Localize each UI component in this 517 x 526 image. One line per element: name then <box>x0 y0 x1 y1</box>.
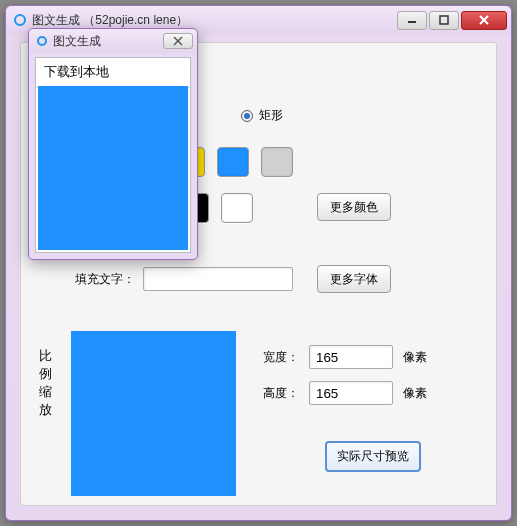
popup-title: 图文生成 <box>53 33 163 50</box>
width-label: 宽度： <box>263 349 299 366</box>
window-controls <box>397 11 507 30</box>
scale-vertical-label: 比例缩放 <box>39 347 53 419</box>
popup-close-button[interactable] <box>163 33 193 49</box>
svg-rect-1 <box>440 16 448 24</box>
height-input[interactable] <box>309 381 393 405</box>
swatch-white[interactable] <box>221 193 253 223</box>
swatch-blue[interactable] <box>217 147 249 177</box>
shape-option-rectangle[interactable]: 矩形 <box>241 107 283 124</box>
more-colors-button[interactable]: 更多颜色 <box>317 193 391 221</box>
close-button[interactable] <box>461 11 507 30</box>
radio-icon <box>241 110 253 122</box>
shape-label: 矩形 <box>259 107 283 124</box>
minimize-icon <box>407 15 417 25</box>
width-unit: 像素 <box>403 349 427 366</box>
preview-canvas <box>71 331 236 496</box>
popup-close-icon <box>172 36 184 46</box>
width-input[interactable] <box>309 345 393 369</box>
app-icon <box>14 14 26 26</box>
popup-client: 下载到本地 <box>35 57 191 253</box>
window-title: 图文生成 （52pojie.cn lene） <box>32 12 397 29</box>
popup-canvas <box>38 86 188 250</box>
popup-app-icon <box>37 36 47 46</box>
fill-text-input[interactable] <box>143 267 293 291</box>
height-row: 高度： 像素 <box>263 381 427 405</box>
popup-download-link[interactable]: 下载到本地 <box>36 58 190 88</box>
maximize-icon <box>439 15 449 25</box>
minimize-button[interactable] <box>397 11 427 30</box>
swatch-grey[interactable] <box>261 147 293 177</box>
height-unit: 像素 <box>403 385 427 402</box>
maximize-button[interactable] <box>429 11 459 30</box>
preview-section: 比例缩放 宽度： 像素 高度： 像素 实际尺寸预览 <box>37 331 480 493</box>
actual-size-preview-button[interactable]: 实际尺寸预览 <box>325 441 421 472</box>
close-icon <box>478 14 490 26</box>
fill-text-row: 填充文字： <box>75 267 293 291</box>
more-fonts-button[interactable]: 更多字体 <box>317 265 391 293</box>
width-row: 宽度： 像素 <box>263 345 427 369</box>
height-label: 高度： <box>263 385 299 402</box>
popup-window[interactable]: 图文生成 下载到本地 <box>28 28 198 260</box>
popup-titlebar[interactable]: 图文生成 <box>29 29 197 53</box>
fill-text-label: 填充文字： <box>75 271 135 288</box>
